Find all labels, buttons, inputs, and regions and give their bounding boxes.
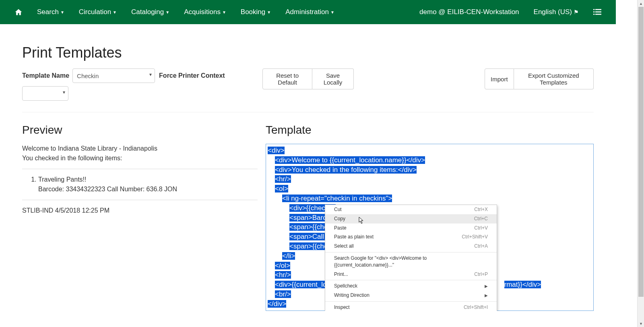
editor-line: <ol> (268, 184, 592, 194)
preview-welcome: Welcome to Indiana State Library - India… (22, 144, 258, 153)
context-menu-shortcut: Ctrl+X (474, 206, 488, 213)
nav-label: Acquisitions (184, 8, 221, 16)
context-menu-shortcut: Ctrl+A (474, 243, 488, 250)
nav-label: Administration (285, 8, 329, 16)
submenu-arrow-icon: ▶ (485, 293, 488, 298)
context-menu-label: Cut (334, 206, 342, 213)
context-menu-shortcut: Ctrl+V (474, 225, 488, 232)
nav-search[interactable]: Search▼ (30, 8, 72, 16)
nav-administration[interactable]: Administration▼ (278, 8, 342, 16)
nav-label: Search (37, 8, 59, 16)
context-menu-item[interactable]: PasteCtrl+V (325, 224, 497, 233)
context-menu-item[interactable]: Paste as plain textCtrl+Shift+V (325, 232, 497, 242)
user-menu[interactable]: demo @ EILIB-CEN-Workstation (412, 8, 526, 16)
editor-line: <div> (268, 146, 592, 155)
context-menu: CutCtrl+XCopyCtrl+CPasteCtrl+VPaste as p… (325, 205, 497, 311)
vertical-scrollbar[interactable]: ▲ ▼ (637, 0, 644, 311)
preview-body: Welcome to Indiana State Library - India… (22, 144, 258, 215)
lang-label: English (US) (534, 8, 572, 16)
caret-icon: ▼ (60, 10, 64, 14)
preview-list: Traveling Pants!! Barcode: 33434322323 C… (22, 175, 258, 194)
nav-booking[interactable]: Booking▼ (233, 8, 278, 16)
context-menu-label: Paste (334, 225, 347, 232)
caret-icon: ▼ (330, 10, 334, 14)
editor-line: <li ng-repeat="checkin in checkins"> (268, 194, 592, 203)
preview-hr (22, 169, 258, 169)
preview-item-detail: Barcode: 33434322323 Call Number: 636.8 … (38, 184, 258, 194)
svg-rect-3 (595, 11, 601, 12)
svg-rect-1 (595, 9, 601, 10)
svg-rect-5 (595, 14, 601, 15)
context-menu-item[interactable]: CopyCtrl+C (325, 214, 497, 224)
caret-icon: ▼ (222, 10, 226, 14)
force-context-label: Force Printer Context (159, 72, 225, 79)
context-menu-label: Print... (334, 271, 348, 278)
context-menu-label: Spellcheck (334, 283, 357, 290)
preview-hr (22, 200, 258, 200)
submenu-arrow-icon: ▶ (485, 284, 488, 289)
lang-menu[interactable]: English (US)⚑ (526, 8, 586, 16)
context-menu-item[interactable]: Writing Direction▶ (325, 291, 497, 300)
template-select[interactable]: Checkin (72, 68, 155, 83)
flag-icon: ⚑ (574, 9, 579, 15)
svg-rect-2 (593, 11, 594, 12)
preview-heading: Preview (22, 124, 258, 137)
context-menu-separator (325, 252, 497, 252)
context-menu-shortcut: Ctrl+Shift+V (462, 234, 488, 240)
scroll-up-icon[interactable]: ▲ (638, 0, 644, 7)
printer-context-select[interactable] (22, 86, 68, 101)
template-heading: Template (266, 124, 594, 137)
nav-circulation[interactable]: Circulation▼ (72, 8, 124, 16)
context-menu-label: Writing Direction (334, 292, 369, 299)
context-menu-separator (325, 301, 497, 302)
preview-intro: You checked in the following items: (22, 153, 258, 163)
context-menu-item[interactable]: Print...Ctrl+P (325, 270, 497, 279)
context-menu-separator (325, 280, 497, 280)
main-navbar: Search▼ Circulation▼ Cataloging▼ Acquisi… (0, 0, 616, 24)
preview-footer: STLIB-IND 4/5/2018 12:25 PM (22, 206, 258, 215)
context-menu-label: Inspect (334, 304, 350, 311)
preview-list-item: Traveling Pants!! Barcode: 33434322323 C… (38, 175, 258, 194)
page-title: Print Templates (22, 44, 594, 61)
divider (22, 112, 594, 112)
caret-icon: ▼ (113, 10, 117, 14)
editor-line: <div>You checked in the following items:… (268, 165, 592, 175)
nav-label: Circulation (79, 8, 111, 16)
context-menu-item[interactable]: CutCtrl+X (325, 205, 497, 214)
save-locally-button[interactable]: Save Locally (312, 68, 354, 89)
context-menu-label: Select all (334, 243, 354, 250)
context-menu-item[interactable]: Select allCtrl+A (325, 242, 497, 251)
caret-icon: ▼ (165, 10, 169, 14)
svg-rect-4 (593, 14, 594, 15)
preview-item-title: Traveling Pants!! (38, 176, 86, 183)
nav-label: Booking (241, 8, 265, 16)
context-menu-shortcut: Ctrl+C (474, 215, 488, 222)
context-menu-item[interactable]: Spellcheck▶ (325, 281, 497, 291)
template-name-label: Template Name (22, 72, 69, 79)
nav-acquisitions[interactable]: Acquisitions▼ (177, 8, 233, 16)
context-menu-item[interactable]: Search Google for "<div> <div>Welcome to… (325, 254, 497, 270)
template-editor[interactable]: <div><div>Welcome to {{current_location.… (266, 144, 594, 311)
home-icon[interactable] (7, 8, 30, 16)
svg-rect-0 (593, 9, 594, 10)
import-button[interactable]: Import (485, 68, 514, 89)
nav-cataloging[interactable]: Cataloging▼ (124, 8, 177, 16)
list-icon[interactable] (586, 9, 609, 15)
export-button[interactable]: Export Customized Templates (514, 68, 594, 89)
context-menu-label: Search Google for "<div> <div>Welcome to… (334, 255, 488, 269)
context-menu-shortcut: Ctrl+P (474, 271, 488, 278)
context-menu-item[interactable]: InspectCtrl+Shift+I (325, 303, 497, 311)
editor-line: <div>Welcome to {{current_location.name}… (268, 155, 592, 165)
reset-default-button[interactable]: Reset to Default (262, 68, 312, 89)
editor-line: <hr/> (268, 174, 592, 184)
mouse-cursor-icon (359, 217, 364, 227)
context-menu-label: Copy (334, 215, 345, 222)
context-menu-shortcut: Ctrl+Shift+I (464, 304, 488, 311)
scroll-thumb[interactable] (638, 7, 644, 297)
context-menu-label: Paste as plain text (334, 234, 374, 240)
nav-label: Cataloging (131, 8, 164, 16)
caret-icon: ▼ (267, 10, 271, 14)
